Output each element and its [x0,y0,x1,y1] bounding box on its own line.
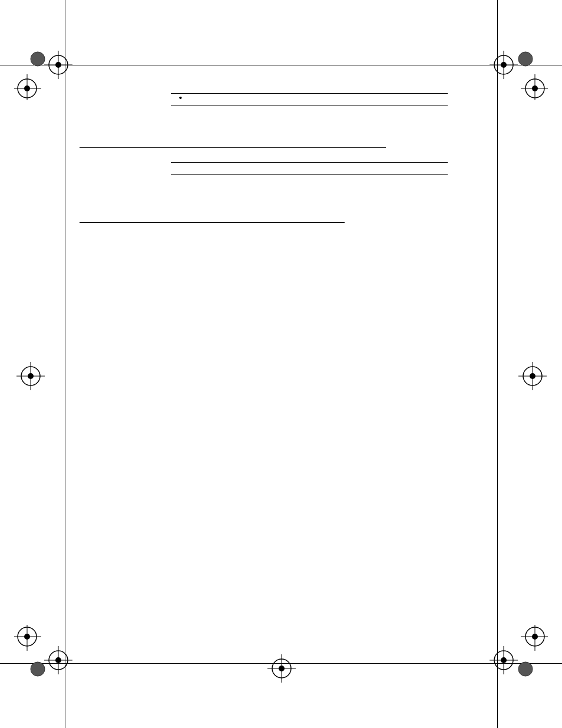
svg-point-19 [24,634,30,640]
svg-point-35 [518,662,533,676]
svg-point-14 [525,79,544,98]
svg-point-41 [530,373,535,379]
bottom-frame-line [0,663,562,664]
section-rule [80,147,386,148]
svg-point-28 [532,634,538,640]
left-frame-line [65,0,65,728]
svg-point-36 [21,367,40,386]
svg-point-5 [18,79,37,98]
reg-mark-middle-left [16,362,45,390]
reg-mark-top-left [14,35,79,100]
section-rule [80,222,345,223]
svg-point-18 [18,627,37,646]
svg-point-40 [523,367,542,386]
note-block [171,93,448,106]
svg-point-32 [501,657,507,663]
svg-point-37 [28,373,34,379]
svg-point-26 [31,662,45,676]
svg-point-23 [55,657,61,663]
svg-point-15 [532,85,538,91]
svg-point-45 [279,666,285,671]
svg-point-44 [272,659,291,678]
reg-mark-bottom-right [483,625,548,690]
important-block [171,162,448,175]
svg-point-0 [31,52,45,66]
reg-mark-bottom-center [267,654,296,683]
reg-mark-bottom-left [14,625,79,690]
reg-mark-middle-right [518,362,547,390]
svg-point-27 [525,627,544,646]
svg-point-6 [24,85,30,91]
